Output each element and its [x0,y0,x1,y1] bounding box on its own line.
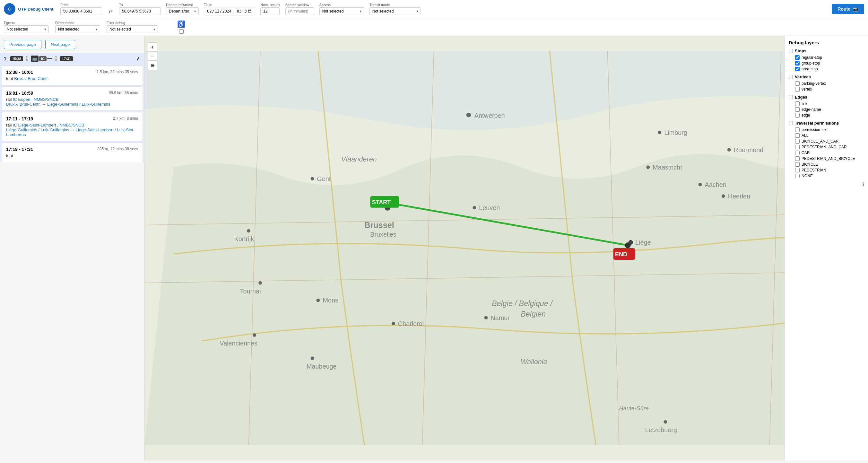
segment-3-from-link[interactable]: Liège-Guillemins / Luik-Guillemins [6,127,69,132]
previous-page-button[interactable]: Previous page [4,40,41,49]
pedestrian-bicycle-label: PEDESTRIAN_AND_BICYCLE [802,156,855,161]
accessibility-section: ♿ [177,20,185,34]
bus-icon: 🚌 [31,56,38,62]
map-controls: + − ⊕ [148,42,157,70]
svg-text:Bruxelles: Bruxelles [370,231,397,238]
route-button[interactable]: Route 📷 [832,4,864,14]
pedestrian-bicycle-checkbox[interactable] [795,156,800,161]
vertex-label: vertex [802,87,812,92]
vertices-checkbox[interactable] [789,75,793,79]
zoom-out-button[interactable]: − [148,52,157,61]
debug-link: link [789,101,864,106]
svg-text:Liège: Liège [635,239,651,246]
accessibility-checkbox[interactable] [179,29,184,34]
access-select[interactable]: Not selected [319,7,364,15]
regular-stop-checkbox[interactable] [795,55,800,60]
segment-2-operator-link[interactable]: NMBS/SNCB [34,97,58,102]
vertex-checkbox[interactable] [795,87,800,92]
segment-card-4: 17:19 - 17:31 895 m, 12 mins 38 secs foo… [1,143,143,162]
traversal-checkbox[interactable] [789,121,793,125]
route-number-1: 1. [4,56,8,61]
segment-2-rail-link[interactable]: IC Eupen [13,97,30,102]
edge-name-checkbox[interactable] [795,107,800,112]
segment-3-time: 17:11 - 17:19 [6,116,33,121]
svg-point-50 [311,357,314,360]
pedestrian-car-checkbox[interactable] [795,145,800,149]
filter-debug-select[interactable]: Not selected [106,25,158,33]
svg-text:Namur: Namur [491,314,510,321]
info-icon: ℹ [862,182,864,187]
svg-point-32 [658,131,661,134]
parking-vertex-checkbox[interactable] [795,81,800,86]
svg-point-18 [646,165,650,169]
segment-1-link[interactable]: Brux.-/ Brus-Centr. [14,76,49,81]
parking-vertex-label: parking-vertex [802,81,826,86]
edges-checkbox[interactable] [789,95,793,99]
debug-car: CAR [789,150,864,156]
swap-button[interactable]: ⇄ [107,7,114,16]
svg-point-38 [258,281,262,285]
car-checkbox[interactable] [795,151,800,155]
traversal-label: Traversal permissions [795,121,839,126]
segment-card-3: 17:11 - 17:19 2.7 km, 8 mins rail IC Liè… [1,112,143,141]
time-input[interactable] [204,7,255,16]
walk-start-icon: 🚶 [24,56,30,61]
bicycle-car-checkbox[interactable] [795,139,800,144]
from-input[interactable] [60,7,102,15]
edge-checkbox[interactable] [795,113,800,118]
map-background: Antwerpen Brussel Bruxelles START Leuven [145,36,868,460]
collapse-button-1[interactable]: ∧ [136,56,140,62]
debug-edge: edge [789,112,864,118]
route-item-1: 1. 15:38 🚶 🚌 IC ━━ 🚶 17:31 ∧ 15:38 - 16:… [0,53,144,162]
all-checkbox[interactable] [795,133,800,138]
reset-north-button[interactable]: ⊕ [148,61,157,70]
edge-name-label: edge-name [802,107,821,112]
transit-mode-select-wrapper: Not selected [370,7,421,15]
logo-area: ⬡ OTP Debug Client [4,3,55,15]
regular-stop-label: regular-stop [802,55,822,60]
egress-select[interactable]: Not selected [4,25,49,33]
to-label: To [119,3,161,7]
pedestrian-checkbox[interactable] [795,168,800,173]
segment-2-to-link[interactable]: Liège-Guillemins / Luik-Guillemins [47,102,111,106]
debug-panel: Debug layers Stops regular-stop group-st… [784,36,868,460]
transit-mode-select[interactable]: Not selected [370,7,421,15]
svg-point-43 [722,194,725,198]
pedestrian-label: PEDESTRIAN [802,168,826,173]
svg-text:Maubeuge: Maubeuge [307,363,337,370]
segment-1-desc: foot Brux.-/ Brus-Centr. [6,76,138,81]
app-logo: ⬡ [4,3,16,15]
permission-text-checkbox[interactable] [795,127,800,132]
num-results-input[interactable] [260,7,280,15]
segment-time-row-1: 15:38 - 16:01 1.5 km, 22 mins 35 secs [6,70,138,75]
segment-1-time: 15:38 - 16:01 [6,70,33,75]
egress-select-wrapper: Not selected [4,25,49,33]
svg-point-28 [392,322,395,325]
group-stop-checkbox[interactable] [795,61,800,65]
svg-text:Roermond: Roermond [734,146,764,153]
walk-end-icon: 🚶 [54,56,59,61]
stops-checkbox[interactable] [789,49,793,53]
to-input[interactable] [119,7,161,15]
link-checkbox[interactable] [795,101,800,106]
next-page-button[interactable]: Next page [45,40,75,49]
svg-point-26 [316,299,320,302]
dash-icon: ━━ [47,56,52,61]
bicycle-checkbox[interactable] [795,162,800,167]
header-row1: ⬡ OTP Debug Client From ⇄ To Departure/A… [0,0,868,18]
time-badge-end: 17:31 [60,56,73,61]
segment-2-from-link[interactable]: Brux.-/ Brus-Centr. [6,102,41,106]
departure-select[interactable]: Depart after Arrive by [166,7,199,15]
debug-none: NONE [789,173,864,179]
zoom-in-button[interactable]: + [148,43,157,52]
search-window-input[interactable] [285,7,314,15]
debug-permission-text: permission-text [789,127,864,133]
segment-3-operator-link[interactable]: NMBS/SNCB [59,123,84,127]
segment-3-rail-link[interactable]: IC Liège-Saint-Lambert [13,123,56,127]
none-checkbox[interactable] [795,174,800,178]
area-stop-checkbox[interactable] [795,67,800,71]
direct-mode-select[interactable]: Not selected [55,25,100,33]
segment-1-dist: 1.5 km, 22 mins 35 secs [97,70,138,75]
time-field-group: Time [204,3,255,16]
debug-area-stop: area-stop [789,66,864,72]
